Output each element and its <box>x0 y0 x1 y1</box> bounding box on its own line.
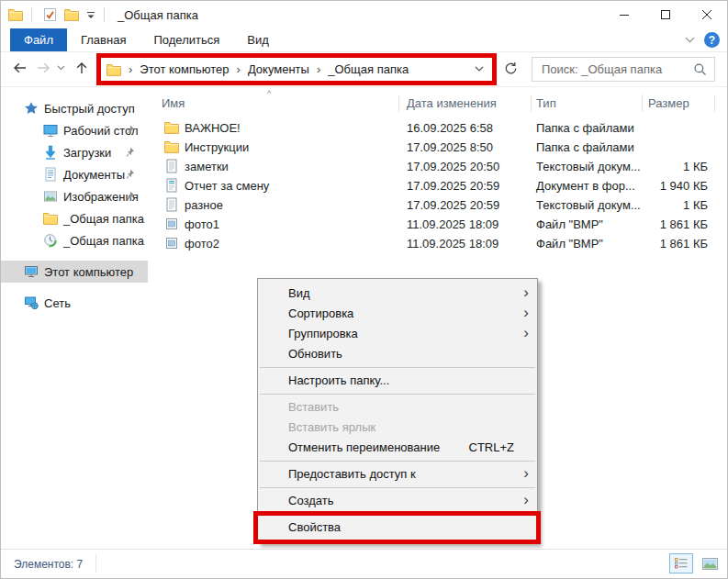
search-box[interactable] <box>532 57 715 82</box>
breadcrumb-item[interactable]: Этот компьютер <box>140 62 229 76</box>
sidebar-item-network[interactable]: Сеть <box>1 292 148 314</box>
menu-item-customize-folder[interactable]: Настроить папку... <box>258 371 537 391</box>
menu-item-properties[interactable]: Свойства <box>258 518 537 538</box>
sidebar-item-shared-folder-sync[interactable]: _Общая папка <box>1 229 148 251</box>
column-header-date[interactable]: Дата изменения <box>407 96 497 110</box>
column-divider[interactable] <box>398 95 399 112</box>
sidebar-item-quick-access[interactable]: Быстрый доступ <box>1 97 148 119</box>
column-divider[interactable] <box>714 95 715 112</box>
file-size: 1 КБ <box>607 198 708 212</box>
qat-properties-check-icon[interactable] <box>43 7 57 22</box>
file-name: ВАЖНОЕ! <box>185 121 241 135</box>
sidebar-item-this-pc[interactable]: Этот компьютер <box>1 261 148 283</box>
tab-view[interactable]: Вид <box>233 28 283 51</box>
file-date: 11.09.2025 18:09 <box>407 217 498 231</box>
file-date: 17.09.2025 20:59 <box>407 179 499 193</box>
thumbnails-view-button[interactable] <box>698 553 722 573</box>
pin-icon <box>124 147 135 158</box>
menu-item-label: Группировка <box>288 327 358 340</box>
menu-separator <box>260 394 535 395</box>
menu-item-undo-rename[interactable]: Отменить переименованиеCTRL+Z <box>258 438 537 458</box>
menu-item-group[interactable]: Группировка› <box>258 324 537 344</box>
file-row[interactable]: ВАЖНОЕ!16.09.2025 6:58Папка с файлами <box>148 118 727 138</box>
help-button[interactable]: ? <box>704 32 720 48</box>
tab-file[interactable]: Файл <box>10 28 67 51</box>
address-dropdown-chevron-icon[interactable] <box>475 66 484 72</box>
sort-ascending-indicator: ^ <box>267 89 271 98</box>
menu-item-label: Обновить <box>288 347 342 361</box>
back-button[interactable] <box>12 61 28 75</box>
address-folder-icon <box>106 63 121 76</box>
sidebar-item-documents[interactable]: Документы <box>1 163 148 185</box>
ribbon-expand-chevron-icon[interactable] <box>685 37 695 43</box>
up-button[interactable] <box>74 61 89 75</box>
folder-icon <box>164 139 179 154</box>
breadcrumb-item[interactable]: Документы <box>248 62 309 76</box>
minimize-button[interactable] <box>603 1 644 28</box>
title-bar: _Общая папка <box>1 1 727 28</box>
sidebar-item-label: Быстрый доступ <box>44 102 135 116</box>
menu-separator <box>260 487 535 488</box>
network-icon <box>24 295 39 310</box>
breadcrumb-chevron-icon: › <box>129 63 132 75</box>
address-bar[interactable]: ›Этот компьютер›Документы›_Общая папка <box>101 58 492 81</box>
details-view-button[interactable] <box>669 553 693 573</box>
menu-item-sort[interactable]: Сортировка› <box>258 304 537 324</box>
file-row[interactable]: Инструкции17.09.2025 8:50Папка с файлами <box>148 138 727 157</box>
context-menu: Вид›Сортировка›Группировка›ОбновитьНастр… <box>257 278 538 543</box>
forward-button[interactable] <box>36 61 51 75</box>
file-row[interactable]: заметки17.09.2025 20:50Текстовый докум..… <box>148 157 727 176</box>
refresh-button[interactable] <box>504 61 518 75</box>
window-controls <box>603 1 727 28</box>
column-header-size[interactable]: Размер <box>648 96 689 110</box>
file-name: заметки <box>185 160 229 173</box>
file-row[interactable]: Отчет за смену17.09.2025 20:59Документ в… <box>148 176 727 195</box>
sidebar-item-desktop[interactable]: Рабочий стол <box>1 119 148 141</box>
tab-share[interactable]: Поделиться <box>140 28 233 51</box>
menu-item-label: Сортировка <box>288 306 353 320</box>
ribbon: ФайлГлавнаяПоделитьсяВид ? <box>1 28 727 52</box>
sidebar-item-shared-folder[interactable]: _Общая папка <box>1 207 148 229</box>
divider <box>104 7 105 22</box>
menu-item-give-access[interactable]: Предоставить доступ к› <box>258 464 537 484</box>
sidebar-item-pictures[interactable]: Изображения <box>1 185 148 207</box>
file-type: Файл "BMP" <box>536 237 603 251</box>
maximize-button[interactable] <box>644 1 686 28</box>
file-name: фото2 <box>185 237 219 251</box>
sidebar-item-downloads[interactable]: Загрузки <box>1 141 148 163</box>
search-icon[interactable] <box>693 62 707 76</box>
file-row[interactable]: фото111.09.2025 18:09Файл "BMP"1 861 КБ <box>148 215 727 234</box>
menu-item-new[interactable]: Создать› <box>258 491 537 511</box>
file-row[interactable]: фото211.09.2025 18:09Файл "BMP"1 861 КБ <box>148 234 727 253</box>
tab-home[interactable]: Главная <box>67 28 140 51</box>
breadcrumb: ›Этот компьютер›Документы›_Общая папка <box>121 62 409 76</box>
search-input[interactable] <box>540 61 693 77</box>
file-type: Файл "BMP" <box>536 217 603 231</box>
file-row[interactable]: разное17.09.2025 20:59Текстовый докум...… <box>148 195 727 215</box>
menu-item-label: Отменить переименование <box>288 440 440 454</box>
submenu-arrow-icon: › <box>523 323 529 343</box>
menu-item-view[interactable]: Вид› <box>258 284 537 304</box>
menu-item-refresh[interactable]: Обновить <box>258 344 537 364</box>
sidebar-item-label: Сеть <box>44 296 71 310</box>
menu-item-shortcut: CTRL+Z <box>469 438 514 458</box>
qat-customize-toolbar-chevron-icon[interactable] <box>86 11 95 19</box>
divider <box>1 86 727 87</box>
pin-icon <box>124 169 135 180</box>
submenu-arrow-icon: › <box>523 283 529 303</box>
close-button[interactable] <box>686 1 727 28</box>
column-divider[interactable] <box>531 95 532 112</box>
submenu-arrow-icon: › <box>523 463 529 484</box>
sync-folder-icon <box>43 233 58 248</box>
breadcrumb-chevron-icon: › <box>237 63 241 75</box>
column-divider[interactable] <box>642 95 643 112</box>
sidebar-item-label: Документы <box>63 168 125 182</box>
recent-locations-chevron-icon[interactable] <box>57 65 65 71</box>
richtext-file-icon <box>164 178 179 193</box>
column-header-type[interactable]: Тип <box>536 96 556 110</box>
sidebar-item-label: _Общая папка <box>63 212 144 226</box>
qat-new-folder-icon[interactable] <box>64 8 79 21</box>
divider <box>31 7 32 22</box>
column-header-name[interactable]: Имя <box>162 96 185 110</box>
breadcrumb-item[interactable]: _Общая папка <box>328 62 409 76</box>
